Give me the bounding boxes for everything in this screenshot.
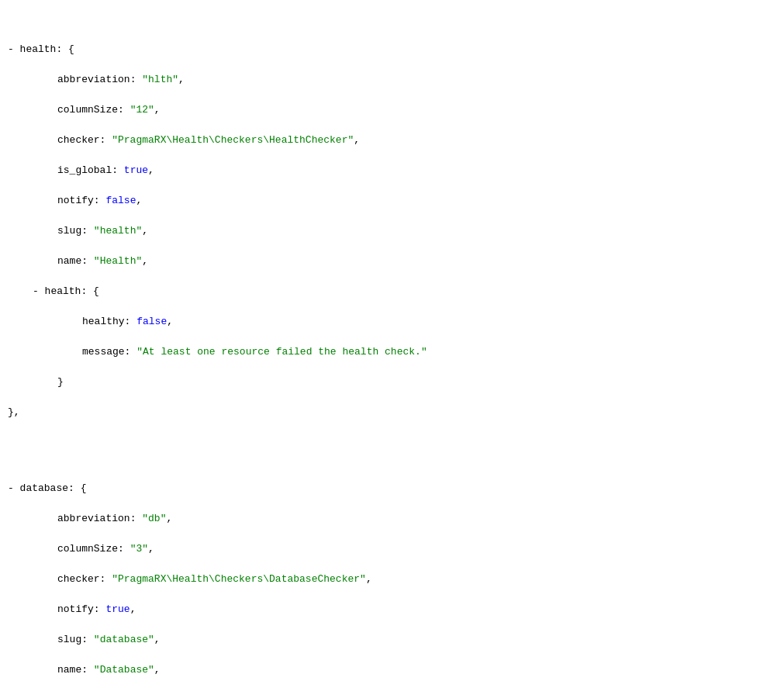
- string-value: "database": [94, 634, 154, 645]
- dash: -: [33, 285, 45, 297]
- string-value: "Database": [94, 664, 154, 676]
- key: name: [57, 664, 81, 676]
- key: name: [57, 255, 81, 267]
- key: notify: [57, 195, 94, 206]
- string-value: "health": [94, 225, 142, 237]
- key: checker: [57, 573, 100, 585]
- key: columnSize: [57, 543, 118, 555]
- dash: -: [8, 43, 20, 55]
- bool-value: true: [105, 603, 130, 615]
- key: slug: [57, 634, 81, 645]
- key: abbreviation: [57, 513, 130, 524]
- key: is_global: [57, 164, 112, 176]
- string-value: "Health": [94, 255, 142, 267]
- string-value: "At least one resource failed the health…: [136, 346, 427, 358]
- health-section: - health: { abbreviation: "hlth", column…: [8, 42, 776, 420]
- database-section: - database: { abbreviation: "db", column…: [8, 481, 776, 682]
- key: columnSize: [57, 104, 118, 116]
- bool-value: true: [124, 164, 148, 176]
- key: notify: [57, 603, 94, 615]
- string-value: "hlth": [142, 74, 178, 85]
- string-value: "3": [130, 543, 148, 555]
- code-viewer: - health: { abbreviation: "hlth", column…: [0, 8, 784, 681]
- string-value: "db": [142, 513, 166, 524]
- string-value: "PragmaRX\Health\Checkers\HealthChecker": [112, 134, 354, 146]
- key: slug: [57, 225, 81, 237]
- key: healthy: [82, 316, 125, 327]
- key: health: [45, 285, 81, 297]
- key: abbreviation: [57, 74, 130, 85]
- key: message: [82, 346, 125, 358]
- bool-value: false: [136, 316, 167, 327]
- string-value: "12": [130, 104, 154, 116]
- dash: -: [8, 482, 20, 494]
- key: health: [20, 43, 57, 55]
- key: checker: [57, 134, 100, 146]
- string-value: "PragmaRX\Health\Checkers\DatabaseChecke…: [112, 573, 366, 585]
- key: database: [20, 482, 68, 494]
- bool-value: false: [105, 195, 136, 206]
